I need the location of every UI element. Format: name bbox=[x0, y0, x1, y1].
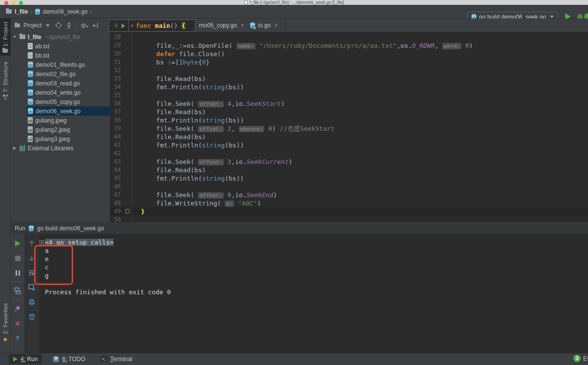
line-number[interactable]: 41 bbox=[110, 141, 121, 149]
code-line[interactable]: 36 file.Seek( offset: 4,io.SeekStart) bbox=[110, 100, 588, 108]
status-bar-item-todo[interactable]: 6: TODO bbox=[49, 354, 90, 364]
rerun-button[interactable] bbox=[14, 240, 21, 247]
close-icon[interactable]: × bbox=[274, 22, 278, 29]
code-line[interactable]: 33 file.Read(bs) bbox=[110, 75, 588, 83]
gutter-fold-column[interactable] bbox=[121, 191, 132, 199]
up-stack-icon[interactable] bbox=[28, 240, 36, 247]
gutter-fold-column[interactable] bbox=[121, 100, 132, 108]
clear-console-icon[interactable] bbox=[28, 313, 36, 321]
close-icon[interactable]: ✕ bbox=[14, 320, 21, 327]
code-line[interactable]: 47 file.Seek( offset: 0,io.SeekEnd) bbox=[110, 191, 588, 199]
print-icon[interactable] bbox=[28, 298, 36, 306]
soft-wrap-icon[interactable] bbox=[28, 269, 36, 277]
tree-item[interactable]: demo05_copy.go bbox=[11, 97, 110, 106]
chevron-expanded-icon[interactable]: ▼ bbox=[11, 35, 19, 39]
line-number[interactable]: 36 bbox=[110, 100, 121, 108]
line-number[interactable]: 40 bbox=[110, 133, 121, 141]
line-number[interactable]: 31 bbox=[110, 58, 121, 66]
tree-item[interactable]: guliang2.jpeg bbox=[11, 125, 110, 134]
line-number[interactable]: 44 bbox=[110, 166, 121, 174]
line-number[interactable]: 29 bbox=[110, 41, 121, 50]
code-line[interactable]: 31 bs :=[]byte{0} bbox=[110, 58, 588, 66]
gutter-fold-column[interactable] bbox=[121, 216, 132, 222]
line-number[interactable]: 33 bbox=[110, 75, 121, 83]
chevron-collapsed-icon[interactable]: ▶ bbox=[11, 146, 19, 150]
scroll-to-end-icon[interactable] bbox=[28, 284, 36, 291]
tree-item[interactable]: guliang3.jpeg bbox=[11, 134, 110, 143]
pause-button[interactable] bbox=[14, 269, 21, 277]
gutter-fold-column[interactable] bbox=[121, 124, 132, 133]
gutter-fold-column[interactable] bbox=[121, 58, 132, 66]
line-number[interactable]: 43 bbox=[110, 158, 121, 166]
collapse-all-icon[interactable] bbox=[66, 22, 72, 29]
close-icon[interactable]: × bbox=[241, 22, 244, 29]
code-line[interactable]: 49} bbox=[110, 207, 588, 216]
pin-icon[interactable] bbox=[14, 305, 21, 313]
help-icon[interactable]: ? bbox=[14, 334, 21, 342]
gutter-fold-column[interactable] bbox=[121, 41, 132, 50]
gutter-fold-column[interactable] bbox=[121, 207, 132, 216]
gutter-fold-column[interactable] bbox=[121, 133, 132, 141]
gutter-fold-column[interactable] bbox=[121, 75, 132, 83]
fold-expand-icon[interactable]: + bbox=[39, 240, 44, 244]
code-line[interactable]: 35 bbox=[110, 91, 588, 100]
line-number[interactable]: 30 bbox=[110, 50, 121, 58]
code-line[interactable]: 41 fmt.Println(string(bs)) bbox=[110, 141, 588, 149]
tool-window-button-project[interactable]: 1: Project bbox=[0, 19, 11, 56]
code-line[interactable]: 38 fmt.Println(string(bs)) bbox=[110, 116, 588, 124]
line-number[interactable]: 39 bbox=[110, 124, 121, 133]
tree-item[interactable]: bb.txt bbox=[11, 51, 110, 60]
code-line[interactable]: 30 defer file.Close() bbox=[110, 50, 588, 58]
line-number[interactable]: 34 bbox=[110, 83, 121, 91]
project-panel-title[interactable]: Project bbox=[23, 22, 41, 29]
fold-region-icon[interactable] bbox=[125, 209, 130, 214]
editor-tab-io[interactable]: io.go × bbox=[246, 19, 285, 32]
gutter-fold-column[interactable] bbox=[121, 166, 132, 174]
line-number[interactable]: 48 bbox=[110, 199, 121, 207]
code-line[interactable]: 37 file.Read(bs) bbox=[110, 108, 588, 116]
line-number[interactable]: 38 bbox=[110, 116, 121, 124]
gutter-fold-column[interactable] bbox=[121, 149, 132, 158]
code-line[interactable]: 40 file.Read(bs) bbox=[110, 133, 588, 141]
stop-button[interactable] bbox=[14, 254, 21, 262]
line-number[interactable]: 32 bbox=[110, 66, 121, 75]
line-number[interactable]: 35 bbox=[110, 91, 121, 100]
run-main-gutter-icon[interactable] bbox=[121, 23, 125, 28]
line-number[interactable]: 47 bbox=[110, 191, 121, 199]
code-line[interactable]: 43 file.Seek( offset: 3,io.SeekCurrent) bbox=[110, 158, 588, 166]
down-stack-icon[interactable] bbox=[28, 254, 36, 262]
code-line[interactable]: 32 bbox=[110, 66, 588, 75]
line-number[interactable]: 45 bbox=[110, 174, 121, 182]
line-number[interactable]: 49 bbox=[110, 207, 121, 216]
gutter-fold-column[interactable] bbox=[121, 158, 132, 166]
code-line[interactable]: 28 bbox=[110, 33, 588, 41]
editor-tab-demo05[interactable]: mo05_copy.go × bbox=[195, 19, 246, 32]
code-editor[interactable]: 2829 file,_:=os.OpenFile( name: "/Users/… bbox=[110, 32, 588, 222]
tree-item[interactable]: ab.txt bbox=[11, 41, 110, 51]
gutter-fold-column[interactable] bbox=[121, 116, 132, 124]
gutter-fold-column[interactable] bbox=[121, 174, 132, 182]
gutter-fold-column[interactable] bbox=[121, 91, 132, 100]
line-number[interactable]: 46 bbox=[110, 182, 121, 191]
gutter-fold-column[interactable] bbox=[121, 50, 132, 58]
gutter-fold-column[interactable] bbox=[121, 182, 132, 191]
tree-item[interactable]: demo01_fileinfo.go bbox=[11, 60, 110, 69]
status-bar-item-terminal[interactable]: >_Terminal bbox=[97, 354, 137, 364]
restore-layout-icon[interactable] bbox=[14, 287, 21, 295]
gutter-fold-column[interactable] bbox=[121, 66, 132, 75]
tree-item[interactable]: demo04_write.go bbox=[11, 88, 110, 97]
code-line[interactable]: 50 bbox=[110, 216, 588, 222]
tree-item[interactable]: guliang.jpeg bbox=[11, 116, 110, 125]
gutter-fold-column[interactable] bbox=[121, 83, 132, 91]
event-log-widget[interactable]: 3 Ev bbox=[573, 355, 588, 362]
line-number[interactable]: 28 bbox=[110, 33, 121, 41]
tool-window-button-favorites[interactable]: 2: Favorites ★ bbox=[0, 300, 11, 346]
breadcrumb-item[interactable]: demo06_seek.go bbox=[35, 8, 88, 15]
tree-item[interactable]: demo03_read.go bbox=[11, 79, 110, 88]
line-number[interactable]: 50 bbox=[110, 216, 121, 222]
fold-arrow-icon[interactable]: ▽ bbox=[131, 23, 133, 28]
code-line[interactable]: 45 fmt.Println(string(bs)) bbox=[110, 174, 588, 182]
code-line[interactable]: 48 file.WriteString( s: "ABC") bbox=[110, 199, 588, 207]
tool-window-button-structure[interactable]: 7: Structure bbox=[0, 59, 11, 102]
context-sticky-line[interactable]: 9 ▽ func main() { bbox=[109, 20, 196, 32]
